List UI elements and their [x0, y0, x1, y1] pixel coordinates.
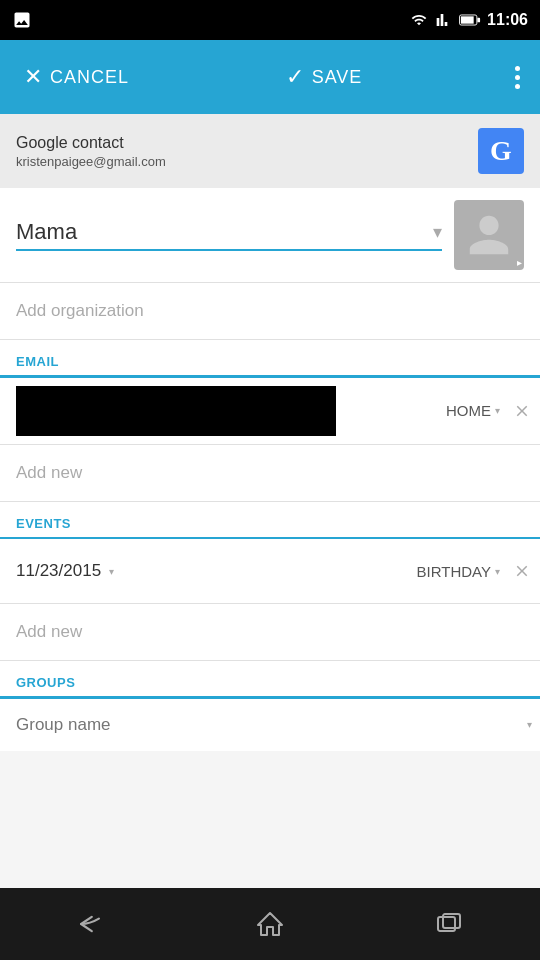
avatar-icon [465, 211, 513, 259]
email-section-header: EMAIL [0, 340, 540, 376]
groups-section-label: GROUPS [16, 675, 75, 690]
avatar-placeholder[interactable]: ▸ [454, 200, 524, 270]
toolbar: ✕ CANCEL ✓ SAVE [0, 40, 540, 114]
events-add-new-label: Add new [16, 622, 82, 641]
status-bar-left-icons [12, 0, 32, 40]
group-name-input[interactable] [16, 715, 527, 735]
email-type-label: HOME [446, 402, 491, 419]
recents-icon [436, 912, 464, 936]
event-close-icon [513, 562, 531, 580]
email-section-label: EMAIL [16, 354, 59, 369]
svg-rect-2 [477, 18, 480, 23]
event-date-arrow: ▾ [109, 566, 114, 577]
more-dot-1 [515, 66, 520, 71]
email-add-new-row[interactable]: Add new [0, 445, 540, 502]
name-input-wrapper: ▾ [16, 219, 442, 251]
time-display: 11:06 [487, 11, 528, 29]
events-section-header: EVENTS [0, 502, 540, 538]
event-date-value: 11/23/2015 [16, 561, 101, 581]
photo-icon [12, 10, 32, 30]
group-arrow-icon: ▾ [527, 719, 540, 730]
google-account-button[interactable]: G [478, 128, 524, 174]
home-button[interactable] [240, 904, 300, 944]
account-title: Google contact [16, 134, 166, 152]
group-name-row: ▾ [0, 699, 540, 751]
svg-rect-1 [461, 16, 474, 23]
event-type-arrow: ▾ [495, 566, 500, 577]
event-type-selector[interactable]: BIRTHDAY ▾ [417, 563, 504, 580]
svg-marker-3 [258, 913, 282, 935]
account-row: Google contact kristenpaigee@gmail.com G [0, 114, 540, 188]
cancel-button[interactable]: ✕ CANCEL [8, 54, 145, 100]
groups-section-header: GROUPS [0, 661, 540, 697]
save-button[interactable]: ✓ SAVE [270, 54, 379, 100]
add-organization-label: Add organization [16, 301, 144, 320]
battery-icon [459, 13, 481, 27]
events-section-label: EVENTS [16, 516, 71, 531]
event-remove-button[interactable] [504, 553, 540, 589]
name-dropdown-arrow[interactable]: ▾ [433, 221, 442, 243]
save-label: SAVE [312, 67, 363, 88]
add-organization-row[interactable]: Add organization [0, 283, 540, 340]
event-type-label: BIRTHDAY [417, 563, 491, 580]
email-row: HOME ▾ [0, 378, 540, 445]
email-add-new-label: Add new [16, 463, 82, 482]
email-type-selector[interactable]: HOME ▾ [336, 402, 504, 419]
account-email: kristenpaigee@gmail.com [16, 154, 166, 169]
email-remove-button[interactable] [504, 393, 540, 429]
cancel-icon: ✕ [24, 64, 42, 90]
avatar-expand-icon: ▸ [517, 257, 522, 268]
name-input[interactable] [16, 219, 425, 245]
name-section: ▾ ▸ [0, 188, 540, 283]
events-add-new-row[interactable]: Add new [0, 604, 540, 661]
email-input[interactable] [16, 386, 336, 436]
event-date-selector[interactable]: 11/23/2015 ▾ [16, 561, 417, 581]
event-row: 11/23/2015 ▾ BIRTHDAY ▾ [0, 539, 540, 604]
save-check-icon: ✓ [286, 64, 304, 90]
more-dot-2 [515, 75, 520, 80]
email-close-icon [513, 402, 531, 420]
recents-button[interactable] [420, 904, 480, 944]
back-icon [74, 913, 106, 935]
account-info: Google contact kristenpaigee@gmail.com [16, 134, 166, 169]
signal-icon [435, 12, 453, 28]
home-icon [256, 911, 284, 937]
status-icons: 11:06 [409, 11, 528, 29]
email-type-arrow: ▾ [495, 405, 500, 416]
wifi-icon [409, 12, 429, 28]
more-dot-3 [515, 84, 520, 89]
google-g-icon: G [490, 135, 512, 167]
cancel-label: CANCEL [50, 67, 129, 88]
bottom-navigation [0, 888, 540, 960]
more-options-button[interactable] [503, 56, 532, 99]
status-bar: 11:06 [0, 0, 540, 40]
back-button[interactable] [60, 904, 120, 944]
